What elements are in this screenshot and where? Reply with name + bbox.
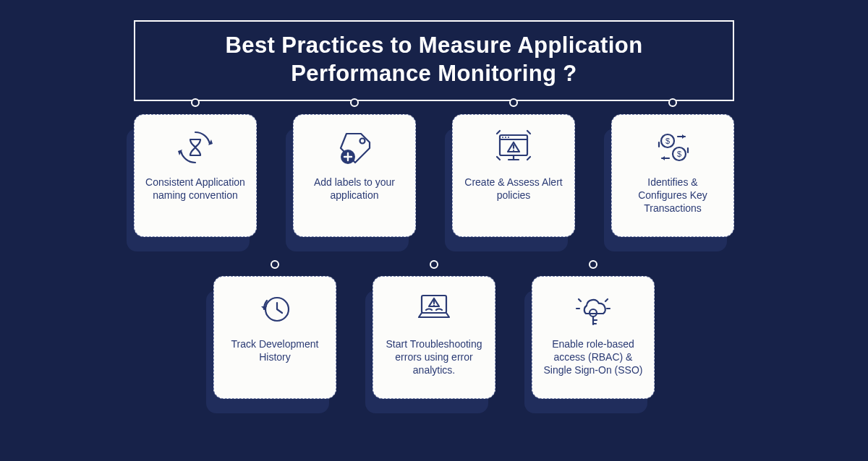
card-troubleshoot-errors: Start Troubleshooting errors using error…	[373, 276, 495, 406]
card-naming-convention: Consistent Application naming convention	[134, 114, 257, 244]
title-line2: Performance Monitoring ?	[150, 60, 718, 88]
card-dot	[668, 98, 677, 107]
card-dot	[509, 98, 518, 107]
card-dot	[271, 260, 279, 269]
card-add-labels: Add labels to your application	[293, 114, 416, 244]
card-dot	[430, 260, 438, 269]
card-label: Enable role-based access (RBAC) & Single…	[540, 337, 647, 377]
cards-row-1: Consistent Application naming convention…	[0, 114, 868, 244]
card-label: Consistent Application naming convention	[142, 176, 249, 202]
card-label: Start Troubleshooting errors using error…	[380, 337, 488, 377]
card-label: Identifies & Configures Key Transactions	[619, 176, 726, 215]
card-dot	[589, 260, 597, 269]
tag-plus-icon	[333, 126, 375, 168]
card-dot	[350, 98, 359, 107]
hourglass-cycle-icon	[174, 126, 216, 168]
card-label: Add labels to your application	[301, 176, 408, 202]
card-dot	[191, 98, 200, 107]
card-track-history: Track Development History	[213, 276, 336, 406]
cloud-key-icon	[572, 288, 614, 330]
money-transfer-icon	[652, 126, 694, 168]
clock-history-icon	[254, 288, 296, 330]
card-alert-policies: Create & Assess Alert policies	[452, 114, 575, 244]
card-label: Create & Assess Alert policies	[460, 176, 567, 202]
cards-area: Consistent Application naming convention…	[0, 114, 868, 438]
card-rbac-sso: Enable role-based access (RBAC) & Single…	[532, 276, 655, 406]
card-key-transactions: Identifies & Configures Key Transactions	[611, 114, 734, 244]
alert-monitor-icon	[493, 126, 535, 168]
title-box: Best Practices to Measure Application Pe…	[134, 20, 734, 101]
laptop-error-icon	[413, 288, 455, 330]
card-label: Track Development History	[221, 337, 328, 363]
title-line1: Best Practices to Measure Application	[150, 32, 718, 60]
cards-row-2: Track Development History Start Troubles…	[0, 276, 868, 406]
